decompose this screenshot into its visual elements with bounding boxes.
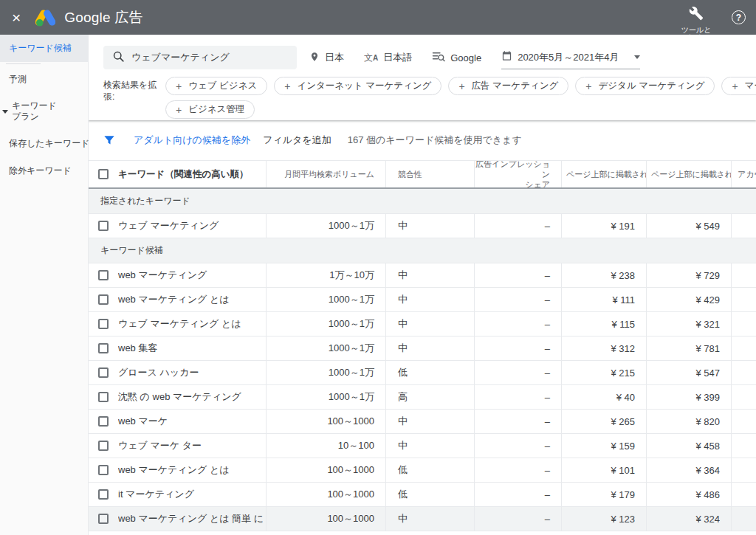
competition-cell: 低 (385, 361, 474, 384)
account-status-cell (731, 483, 756, 506)
table-row[interactable]: グロース ハッカー 1000～1万 低 – ¥ 215 ¥ 547 (89, 361, 756, 385)
competition-cell: 低 (385, 458, 474, 482)
sidebar: キーワード候補 予測 キーワード プラン 保存したキーワード 除外キーワード (0, 35, 89, 535)
search-icon (112, 50, 125, 66)
row-checkbox[interactable] (89, 288, 118, 311)
network-selector[interactable]: Google (432, 51, 481, 64)
volume-cell: 10～100 (266, 434, 385, 458)
sidebar-item-forecasts[interactable]: 予測 (0, 66, 88, 93)
row-checkbox[interactable] (89, 385, 118, 409)
impression-share-cell: – (474, 361, 561, 384)
row-checkbox[interactable] (89, 410, 118, 433)
main-content: 日本 文A 日本語 (89, 35, 756, 535)
google-ads-logo-icon (35, 9, 55, 27)
keyword-cell: web マーケティング (118, 263, 266, 287)
volume-cell: 1000～1万 (266, 214, 385, 238)
keyword-cell: 沈黙 の web マーケティング (118, 385, 266, 409)
table-row[interactable]: web マーケ 100～1000 中 – ¥ 265 ¥ 820 (89, 410, 756, 434)
top-bid-low-cell: ¥ 312 (561, 336, 646, 360)
row-checkbox[interactable] (89, 312, 118, 336)
expansion-chip[interactable]: +インターネット マーケティング (274, 77, 441, 95)
table-header-row: キーワード（関連性の高い順） 月間平均検索ボリューム 競合性 広告インプレッショ… (89, 160, 756, 189)
add-filter-button[interactable]: フィルタを追加 (263, 134, 331, 147)
impression-share-cell: – (474, 263, 561, 287)
table-row[interactable]: web マーケティング とは 簡単 に 100～1000 中 – ¥ 123 ¥… (89, 507, 756, 531)
sidebar-item-negative-keywords[interactable]: 除外キーワード (0, 157, 88, 184)
keyword-cell: ウェブ マーケ ター (118, 434, 266, 458)
table-row[interactable]: it マーケティング 100～1000 低 – ¥ 179 ¥ 486 (89, 483, 756, 507)
volume-cell: 1000～1万 (266, 336, 385, 360)
table-row[interactable]: web マーケティング とは 1000～1万 中 – ¥ 111 ¥ 429 (89, 288, 756, 312)
row-checkbox[interactable] (89, 434, 118, 458)
plus-icon: + (585, 81, 591, 92)
tools-and-settings-button[interactable]: ツールと設定 (678, 6, 714, 35)
table-row[interactable]: 沈黙 の web マーケティング 1000～1万 高 – ¥ 40 ¥ 399 (89, 385, 756, 410)
app-title: Google 広告 (64, 8, 142, 27)
top-bid-high-cell: ¥ 549 (646, 214, 731, 238)
volume-cell: 1万～10万 (266, 263, 385, 287)
column-header-top-bid-low[interactable]: ページ上部に掲載された (561, 161, 646, 187)
competition-cell: 中 (385, 288, 474, 311)
filter-bar: アダルト向けの候補を除外 フィルタを追加 167 個のキーワード候補を使用できま… (89, 120, 756, 160)
row-checkbox[interactable] (89, 336, 118, 360)
sidebar-item-keyword-plan[interactable]: キーワード プラン (0, 93, 88, 130)
table-row[interactable]: web マーケティング とは 100～1000 低 – ¥ 101 ¥ 364 (89, 458, 756, 483)
row-checkbox[interactable] (89, 458, 118, 482)
search-input[interactable] (131, 52, 279, 63)
volume-cell: 100～1000 (266, 483, 385, 506)
keyword-search-box[interactable] (103, 46, 297, 69)
row-checkbox[interactable] (89, 507, 118, 531)
plus-icon: + (284, 81, 290, 92)
column-header-volume[interactable]: 月間平均検索ボリューム (266, 161, 385, 187)
sidebar-item-keyword-ideas[interactable]: キーワード候補 (0, 35, 88, 62)
impression-share-cell: – (474, 214, 561, 238)
exclude-adult-filter-link[interactable]: アダルト向けの候補を除外 (134, 134, 250, 147)
tools-label: ツールと設定 (680, 26, 712, 35)
keyword-cell: ウェブ マーケティング (118, 214, 266, 238)
keyword-cell: web 集客 (118, 336, 266, 360)
competition-cell: 低 (385, 483, 474, 506)
date-range-selector[interactable]: 2020年5月～2021年4月 (501, 50, 640, 69)
expansion-chip[interactable]: +広告 マーケティング (448, 77, 568, 95)
sidebar-item-saved-keywords[interactable]: 保存したキーワード (0, 130, 88, 157)
column-header-top-bid-high[interactable]: ページ上部に掲載された (646, 161, 731, 187)
help-button[interactable]: ? (732, 10, 746, 24)
select-all-checkbox[interactable] (89, 161, 118, 187)
translate-icon: 文A (364, 52, 378, 64)
column-header-keyword[interactable]: キーワード（関連性の高い順） (118, 161, 266, 187)
row-checkbox[interactable] (89, 361, 118, 384)
top-bid-low-cell: ¥ 40 (561, 385, 646, 409)
column-header-account[interactable]: アカウント (731, 161, 756, 187)
calendar-icon (501, 50, 512, 64)
competition-cell: 中 (385, 312, 474, 336)
table-row[interactable]: ウェブ マーケティング 1000～1万 中 – ¥ 191 ¥ 549 (89, 214, 756, 238)
language-selector[interactable]: 文A 日本語 (364, 51, 412, 64)
topbar: × Google 広告 ツールと設定 ? (0, 0, 756, 35)
table-row[interactable]: web 集客 1000～1万 中 – ¥ 312 ¥ 781 (89, 336, 756, 361)
account-status-cell (731, 312, 756, 336)
row-checkbox[interactable] (89, 214, 118, 238)
expansion-chip[interactable]: +ビジネス管理 (165, 100, 255, 119)
filter-funnel-icon (103, 135, 115, 146)
expansion-chip[interactable]: +デジタル マーケティング (575, 77, 715, 95)
competition-cell: 中 (385, 434, 474, 458)
competition-cell: 中 (385, 410, 474, 433)
location-selector[interactable]: 日本 (309, 51, 344, 65)
close-icon[interactable]: × (12, 10, 21, 25)
volume-cell: 1000～1万 (266, 312, 385, 336)
table-row[interactable]: web マーケティング 1万～10万 中 – ¥ 238 ¥ 729 (89, 263, 756, 288)
top-bid-high-cell: ¥ 399 (646, 385, 731, 409)
column-header-impression-share[interactable]: 広告インプレッション シェア (474, 161, 561, 187)
plus-icon: + (732, 81, 738, 92)
row-checkbox[interactable] (89, 483, 118, 506)
table-row[interactable]: ウェブ マーケ ター 10～100 中 – ¥ 159 ¥ 458 (89, 434, 756, 458)
volume-cell: 1000～1万 (266, 385, 385, 409)
column-header-competition[interactable]: 競合性 (385, 161, 474, 187)
row-checkbox[interactable] (89, 263, 118, 287)
impression-share-cell: – (474, 410, 561, 433)
expansion-chip[interactable]: +マーケティング (721, 77, 756, 95)
location-pin-icon (309, 51, 320, 65)
table-row[interactable]: ウェブ マーケティング とは 1000～1万 中 – ¥ 115 ¥ 321 (89, 312, 756, 336)
expansion-chip[interactable]: +ウェブ ビジネス (165, 77, 267, 95)
keyword-cell: ウェブ マーケティング とは (118, 312, 266, 336)
